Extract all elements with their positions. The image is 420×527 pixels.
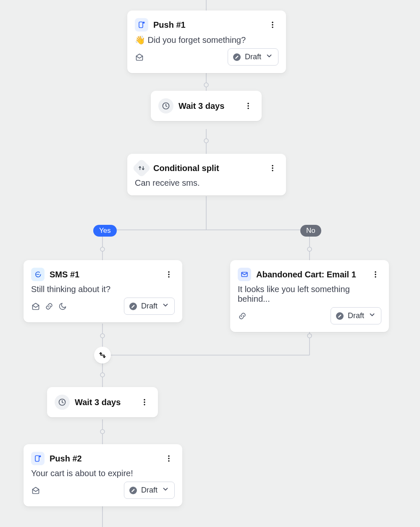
status-label: Draft bbox=[348, 311, 364, 320]
node-description: 👋 Did you forget something? bbox=[127, 34, 286, 48]
clock-icon bbox=[158, 98, 173, 113]
svg-point-16 bbox=[307, 247, 312, 251]
node-description: Can receive sms. bbox=[127, 177, 286, 195]
node-description: It looks like you left something behind.… bbox=[230, 284, 389, 307]
mail-open-icon bbox=[135, 53, 144, 62]
mail-open-icon bbox=[31, 302, 40, 311]
svg-point-44 bbox=[144, 401, 145, 403]
node-description: Your cart is about to expire! bbox=[24, 468, 182, 482]
svg-point-45 bbox=[144, 404, 145, 405]
svg-point-48 bbox=[168, 456, 169, 457]
node-menu-button[interactable] bbox=[139, 396, 150, 408]
clock-icon bbox=[55, 395, 70, 410]
svg-point-23 bbox=[272, 22, 273, 23]
status-label: Draft bbox=[141, 486, 158, 495]
status-label: Draft bbox=[245, 53, 261, 61]
merge-node[interactable] bbox=[94, 347, 111, 364]
node-title: SMS #1 bbox=[50, 270, 79, 279]
svg-point-18 bbox=[307, 334, 312, 338]
svg-point-15 bbox=[100, 247, 105, 251]
mail-open-icon bbox=[31, 486, 40, 495]
chevron-down-icon bbox=[368, 311, 376, 321]
svg-point-47 bbox=[39, 456, 41, 458]
split-icon bbox=[132, 158, 151, 177]
svg-point-29 bbox=[247, 108, 249, 109]
node-title: Wait 3 days bbox=[75, 398, 121, 407]
svg-point-30 bbox=[272, 165, 273, 166]
push-icon bbox=[135, 18, 148, 32]
push-icon bbox=[31, 452, 45, 465]
node-title: Conditional split bbox=[153, 163, 219, 173]
node-push-2[interactable]: Push #2 Your cart is about to expire! Dr… bbox=[24, 444, 182, 506]
link-icon bbox=[45, 302, 54, 311]
status-dropdown[interactable]: Draft bbox=[124, 298, 175, 315]
chevron-down-icon bbox=[265, 52, 273, 62]
svg-point-20 bbox=[100, 430, 105, 434]
node-email-1[interactable]: Abandoned Cart: Email 1 It looks like yo… bbox=[230, 260, 389, 332]
node-menu-button[interactable] bbox=[163, 269, 175, 280]
chevron-down-icon bbox=[162, 301, 169, 311]
email-icon bbox=[238, 268, 251, 281]
svg-point-38 bbox=[375, 271, 376, 273]
svg-point-19 bbox=[100, 373, 105, 377]
svg-point-39 bbox=[375, 274, 376, 275]
node-title: Abandoned Cart: Email 1 bbox=[256, 270, 356, 279]
status-dropdown[interactable]: Draft bbox=[228, 48, 278, 66]
node-title: Push #2 bbox=[50, 454, 82, 464]
svg-point-36 bbox=[168, 276, 169, 277]
status-dot-icon bbox=[129, 303, 137, 310]
node-conditional-split[interactable]: Conditional split Can receive sms. bbox=[127, 154, 286, 195]
svg-rect-21 bbox=[139, 22, 143, 28]
node-menu-button[interactable] bbox=[267, 162, 278, 174]
svg-point-49 bbox=[168, 458, 169, 459]
node-title: Wait 3 days bbox=[178, 101, 224, 111]
node-title: Push #1 bbox=[153, 20, 186, 30]
node-menu-button[interactable] bbox=[163, 453, 175, 464]
branch-yes-pill: Yes bbox=[93, 225, 117, 237]
svg-point-31 bbox=[272, 167, 273, 169]
flow-canvas: Push #1 👋 Did you forget something? Draf… bbox=[0, 0, 420, 527]
svg-point-24 bbox=[272, 24, 273, 25]
node-description: Still thinking about it? bbox=[24, 284, 182, 298]
svg-point-34 bbox=[168, 271, 169, 273]
svg-point-17 bbox=[100, 334, 105, 338]
node-push-1[interactable]: Push #1 👋 Did you forget something? Draf… bbox=[127, 11, 286, 73]
moon-icon bbox=[58, 302, 67, 311]
node-wait-2[interactable]: Wait 3 days bbox=[47, 387, 158, 417]
status-dot-icon bbox=[129, 487, 137, 494]
status-dot-icon bbox=[336, 312, 344, 320]
node-sms-1[interactable]: SMS #1 Still thinking about it? Draft bbox=[24, 260, 182, 322]
svg-point-13 bbox=[204, 83, 208, 87]
svg-point-22 bbox=[143, 22, 145, 24]
status-label: Draft bbox=[141, 302, 158, 311]
sms-icon bbox=[31, 268, 45, 281]
svg-point-25 bbox=[272, 26, 273, 28]
svg-point-40 bbox=[375, 276, 376, 277]
svg-point-43 bbox=[144, 399, 145, 401]
chevron-down-icon bbox=[162, 485, 169, 495]
svg-point-27 bbox=[247, 103, 249, 104]
status-dot-icon bbox=[233, 53, 241, 61]
branch-no-pill: No bbox=[300, 225, 321, 237]
svg-point-50 bbox=[168, 460, 169, 461]
node-menu-button[interactable] bbox=[242, 100, 254, 112]
status-dropdown[interactable]: Draft bbox=[124, 482, 175, 499]
link-icon bbox=[238, 311, 247, 321]
status-dropdown[interactable]: Draft bbox=[331, 307, 381, 324]
svg-point-32 bbox=[272, 170, 273, 171]
node-menu-button[interactable] bbox=[267, 19, 278, 31]
svg-point-14 bbox=[204, 139, 208, 143]
svg-point-28 bbox=[247, 105, 249, 106]
svg-rect-46 bbox=[35, 456, 39, 461]
node-menu-button[interactable] bbox=[370, 269, 381, 280]
node-wait-1[interactable]: Wait 3 days bbox=[151, 91, 262, 121]
svg-point-35 bbox=[168, 274, 169, 275]
